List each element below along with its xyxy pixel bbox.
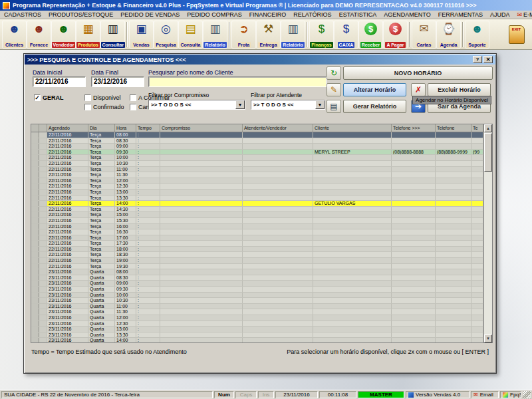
table-row[interactable]: 22/11/2016Terça10:30: xyxy=(31,161,483,167)
table-row[interactable]: 22/11/2016Terça17:30: xyxy=(31,241,483,247)
toolbar-agenda-button[interactable]: ⌚Agenda xyxy=(436,21,461,49)
column-header-telefone[interactable]: Telefone xyxy=(436,124,471,132)
alterar-horario-button[interactable]: Alterar Horário xyxy=(343,83,406,96)
table-row[interactable]: 22/11/2016Terça15:00: xyxy=(31,212,483,218)
toolbar-entrega-button[interactable]: ⚒Entrega xyxy=(256,21,281,49)
column-header-agendado[interactable]: Agendado xyxy=(47,124,88,132)
toolbar-produtos-button[interactable]: ▦Produtos xyxy=(76,21,100,49)
table-row[interactable]: 22/11/2016Terça19:30: xyxy=(31,264,483,270)
checkbox-geral[interactable]: ✓GERAL xyxy=(34,94,84,101)
toolbar-frota-button[interactable]: ➲Frota xyxy=(231,21,256,49)
menu-produtos-estoque[interactable]: PRODUTOS/ESTOQUE xyxy=(49,11,113,18)
toolbar-relatorio-button[interactable]: ▥Relatório xyxy=(203,21,227,49)
toolbar-consultar-button[interactable]: ▥Consultar xyxy=(100,21,125,49)
table-row[interactable]: 22/11/2016Terça19:00: xyxy=(31,258,483,264)
table-row[interactable]: 23/11/2016Quarta11:00: xyxy=(31,304,483,310)
menu-e-mail[interactable]: ✉E-MAIL xyxy=(517,11,532,18)
table-row[interactable]: 23/11/2016Quarta12:30: xyxy=(31,321,483,327)
data-final-input[interactable]: 23/12/2016 xyxy=(91,76,144,87)
chevron-down-icon[interactable]: ▼ xyxy=(315,100,325,109)
toolbar-fornece-button[interactable]: ☻Fornece xyxy=(27,21,51,49)
table-row[interactable]: 22/11/2016Terça11:00: xyxy=(31,167,483,173)
toolbar-caixa-button[interactable]: $CAIXA xyxy=(334,21,358,49)
column-header-cliente[interactable]: Cliente xyxy=(313,124,392,132)
excluir-horario-button[interactable]: Excluir Horário xyxy=(428,83,491,96)
table-row[interactable]: 23/11/2016Quarta08:30: xyxy=(31,275,483,281)
table-row[interactable]: 22/11/2016Terça17:00: xyxy=(31,235,483,241)
client-search-input[interactable] xyxy=(148,76,327,87)
novo-horario-button[interactable]: NOVO HORÁRIO xyxy=(343,66,493,80)
table-row[interactable]: 22/11/2016Terça16:30: xyxy=(31,229,483,235)
menu-estatistica[interactable]: ESTATISTICA xyxy=(339,11,377,18)
column-header-dia[interactable]: Dia xyxy=(88,124,115,132)
toolbar-vendas-button[interactable]: ▣Vendas xyxy=(129,21,154,49)
chevron-down-icon[interactable]: ▼ xyxy=(235,100,245,109)
filter-dropdown[interactable]: >> T O D O S <<▼ xyxy=(148,100,245,110)
menu-ajuda[interactable]: AJUDA xyxy=(490,11,510,18)
menu-relatorios[interactable]: RELATÓRIOS xyxy=(293,11,331,18)
column-header-telefone[interactable]: Telefone >>> xyxy=(392,124,436,132)
dialog-help-button[interactable]: ? xyxy=(473,56,482,63)
table-row[interactable]: 23/11/2016Quarta12:00: xyxy=(31,315,483,321)
toolbar-a-pagar-button[interactable]: $A Pagar xyxy=(383,21,408,49)
table-scrollbar[interactable]: ▲ ▼ xyxy=(483,124,492,342)
table-row[interactable]: 23/11/2016Quarta08:00: xyxy=(31,269,483,275)
table-row[interactable]: 22/11/2016Terça16:00: xyxy=(31,224,483,230)
table-row[interactable]: 22/11/2016Terça14:30: xyxy=(31,207,483,213)
scroll-down-button[interactable]: ▼ xyxy=(484,334,492,342)
toolbar-relatorio-button[interactable]: ▥Relatório xyxy=(281,21,305,49)
status-email-button[interactable]: ✉ Email xyxy=(471,391,499,398)
table-row[interactable]: 22/11/2016Terça13:30: xyxy=(31,196,483,201)
toolbar-financas-button[interactable]: $Finanças xyxy=(309,21,334,49)
table-row[interactable]: 23/11/2016Quarta10:30: xyxy=(31,298,483,304)
table-row[interactable]: 22/11/2016Terça13:00: xyxy=(31,190,483,196)
table-row[interactable]: 22/11/2016Terça11:30: xyxy=(31,172,483,178)
refresh-icon[interactable]: ↻ xyxy=(327,66,341,80)
table-row[interactable]: 22/11/2016Terça15:30: xyxy=(31,218,483,224)
column-header-te[interactable]: Te xyxy=(471,124,483,132)
column-header-compromisso[interactable]: Compromisso xyxy=(160,124,243,132)
menu-financeiro[interactable]: FINANCEIRO xyxy=(249,11,287,18)
scroll-track[interactable] xyxy=(484,172,492,334)
print-icon[interactable]: ▤ xyxy=(327,100,341,113)
table-row[interactable]: 23/11/2016Quarta13:30: xyxy=(31,332,483,338)
delete-icon[interactable]: ✗ xyxy=(411,83,426,96)
table-row[interactable]: 22/11/2016Terça12:30: xyxy=(31,184,483,190)
filter-dropdown[interactable]: >> T O D O S <<▼ xyxy=(251,100,325,110)
dialog-titlebar[interactable]: >>> PESQUISA E CONTROLE DE AGENDAMENTOS … xyxy=(25,55,495,65)
gerar-relatorio-button[interactable]: Gerar Relatório xyxy=(343,100,406,113)
column-header-blank-1[interactable] xyxy=(39,124,47,132)
table-row[interactable]: 22/11/2016Terça10:00: xyxy=(31,155,483,161)
table-row[interactable]: 23/11/2016Quarta14:00: xyxy=(31,338,483,342)
dialog-close-button[interactable]: ✕ xyxy=(483,56,493,63)
table-row[interactable]: 22/11/2016Terça08:30: xyxy=(31,138,483,144)
menu-pedido-de-vendas[interactable]: PEDIDO DE VENDAS xyxy=(120,11,180,18)
column-header-blank-0[interactable] xyxy=(31,124,39,132)
status-brand-button[interactable]: FpqSystem xyxy=(500,391,521,398)
column-header-atendente-vendedor[interactable]: Atendente/Vendedor xyxy=(243,124,313,132)
table-row[interactable]: 23/11/2016Quarta10:00: xyxy=(31,293,483,299)
table-row[interactable]: 23/11/2016Quarta09:00: xyxy=(31,281,483,287)
column-header-tempo[interactable]: Tempo xyxy=(136,124,160,132)
toolbar-suporte-button[interactable]: ☻Suporte xyxy=(465,21,489,49)
column-header-hora[interactable]: Hora xyxy=(115,124,136,132)
resize-grip[interactable] xyxy=(523,391,531,398)
data-inicial-input[interactable]: 22/11/2016 xyxy=(33,76,86,87)
toolbar-consulta-button[interactable]: ▤Consulta xyxy=(178,21,203,49)
toolbar-cartas-button[interactable]: ✉Cartas xyxy=(412,21,436,49)
checkbox-confirmado[interactable]: Confirmado xyxy=(84,104,130,110)
scroll-thumb[interactable] xyxy=(484,133,492,172)
table-row[interactable]: 22/11/2016Terça09:00: xyxy=(31,144,483,150)
table-row[interactable]: 22/11/2016Terça09:30:MERYL STREEP(08)888… xyxy=(31,150,483,156)
toolbar-pesquisa-button[interactable]: ◎Pesquisa xyxy=(154,21,178,49)
menu-cadastros[interactable]: CADASTROS xyxy=(4,11,41,18)
table-row[interactable]: 22/11/2016Terça12:00: xyxy=(31,178,483,184)
menu-agendamento[interactable]: AGENDAMENTO xyxy=(384,11,430,18)
table-row[interactable]: 23/11/2016Quarta13:00: xyxy=(31,327,483,332)
toolbar-clientes-button[interactable]: ☻Clientes xyxy=(2,21,27,49)
table-row[interactable]: 23/11/2016Quarta09:30: xyxy=(31,287,483,293)
table-row[interactable]: 22/11/2016Terça18:30: xyxy=(31,252,483,258)
window-titlebar[interactable]: Programa Representação + Estoque & Finan… xyxy=(0,0,532,11)
edit-icon[interactable]: ✎ xyxy=(327,83,341,96)
table-row[interactable]: 23/11/2016Quarta11:30: xyxy=(31,309,483,315)
